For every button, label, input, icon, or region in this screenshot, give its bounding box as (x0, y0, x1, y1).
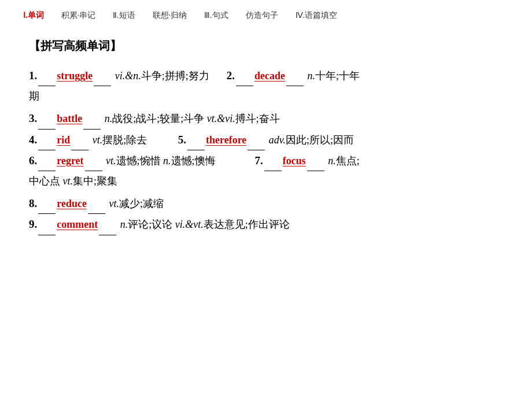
word-comment: comment (57, 215, 98, 234)
word-struggle: struggle (57, 66, 93, 86)
nav-item-words[interactable]: Ⅰ.单词 (23, 10, 44, 21)
vocab-item-5: 5. therefore adv.因此;所以;因而 (178, 130, 354, 150)
word-decade: decade (254, 66, 285, 86)
focus-def-cont: 中心点 vt.集中;聚集 (29, 171, 503, 191)
vocab-item-6: 6. regret vt.遗憾;惋惜 n.遗憾;懊悔 (29, 150, 216, 171)
word-reduce: reduce (57, 194, 87, 213)
nav-item-cloze[interactable]: Ⅳ.语篇填空 (295, 10, 338, 21)
vocab-row-1-2: 1. struggle vi.&n.斗争;拼搏;努力 2. decade n.十… (29, 65, 503, 86)
word-focus: focus (283, 151, 306, 171)
vocab-item-8: 8. reduce vt.减少;减缩 (29, 193, 164, 214)
nav-item-phrases[interactable]: Ⅱ.短语 (113, 10, 135, 21)
vocab-list: 1. struggle vi.&n.斗争;拼搏;努力 2. decade n.十… (29, 65, 503, 235)
nav-item-accumulate[interactable]: 积累·串记 (61, 10, 96, 21)
nav-item-associate[interactable]: 联想·归纳 (153, 10, 187, 21)
vocab-item-4: 4. rid vt.摆脱;除去 (29, 130, 147, 150)
vocab-item-7: 7. focus n.焦点; (255, 150, 360, 171)
vocab-row-3: 3. battle n.战役;战斗;较量;斗争 vt.&vi.搏斗;奋斗 (29, 108, 503, 129)
nav-item-sentence-patterns[interactable]: Ⅲ.句式 (204, 10, 228, 21)
decade-def-cont: 期 (29, 86, 503, 106)
vocab-item-2: 2. decade n.十年;十年 (227, 65, 360, 86)
main-content: 【拼写高频单词】 1. struggle vi.&n.斗争;拼搏;努力 2. d… (0, 27, 532, 247)
vocab-row-4-5: 4. rid vt.摆脱;除去 5. therefore adv.因此;所以;因… (29, 130, 503, 150)
nav-item-imitate[interactable]: 仿造句子 (246, 10, 278, 21)
vocab-row-9: 9. comment n.评论;议论 vi.&vt.表达意见;作出评论 (29, 214, 503, 235)
nav-bar: Ⅰ.单词 积累·串记 Ⅱ.短语 联想·归纳 Ⅲ.句式 仿造句子 Ⅳ.语篇填空 (0, 0, 532, 27)
vocab-row-8: 8. reduce vt.减少;减缩 (29, 193, 503, 214)
word-therefore: therefore (206, 130, 246, 150)
section-title: 【拼写高频单词】 (29, 38, 503, 54)
word-rid: rid (57, 130, 70, 150)
vocab-item-9: 9. comment n.评论;议论 vi.&vt.表达意见;作出评论 (29, 214, 290, 235)
vocab-row-6-7: 6. regret vt.遗憾;惋惜 n.遗憾;懊悔 7. focus n.焦点… (29, 150, 503, 171)
word-battle: battle (57, 109, 82, 128)
vocab-item-3: 3. battle n.战役;战斗;较量;斗争 vt.&vi.搏斗;奋斗 (29, 108, 280, 129)
word-regret: regret (57, 151, 83, 171)
vocab-item-1: 1. struggle vi.&n.斗争;拼搏;努力 (29, 65, 209, 86)
